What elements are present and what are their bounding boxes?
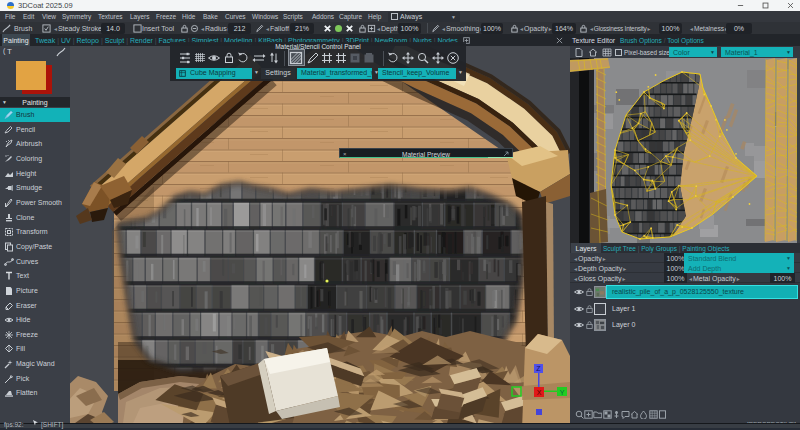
svg-text:Y: Y xyxy=(560,389,565,396)
svg-text:Z: Z xyxy=(536,365,541,372)
svg-text:X: X xyxy=(537,389,542,396)
